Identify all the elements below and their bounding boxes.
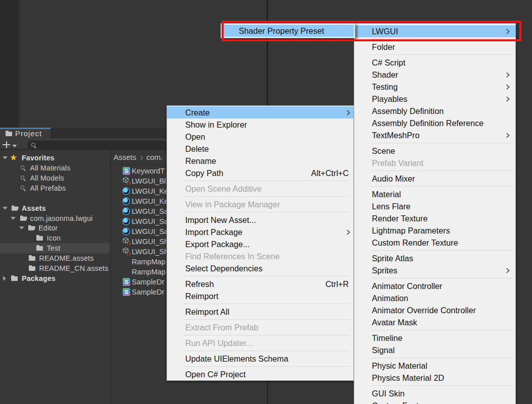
svg-text:S: S — [125, 168, 128, 174]
svg-text:S: S — [125, 279, 128, 285]
svg-text:S: S — [125, 289, 128, 295]
